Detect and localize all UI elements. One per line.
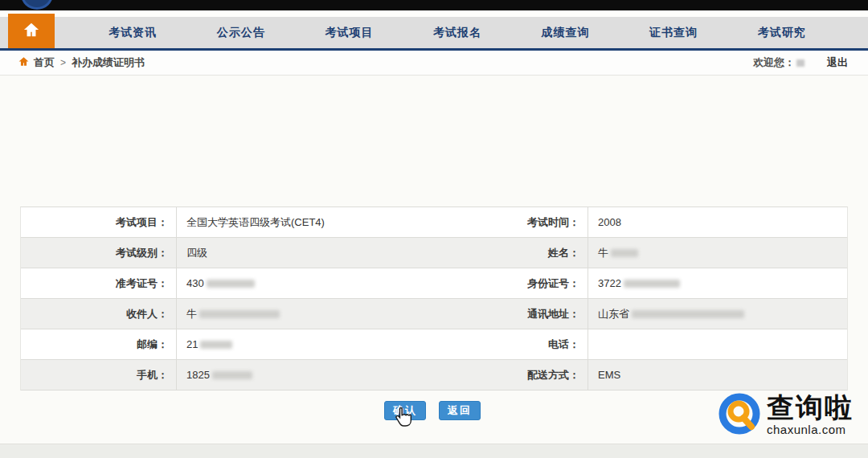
- nav-item-public-notice[interactable]: 公示公告: [217, 26, 265, 40]
- field-value-mobile: 1825: [176, 360, 433, 390]
- nav-item-certificate-query[interactable]: 证书查询: [649, 26, 698, 40]
- field-label-phone: 电话：: [433, 329, 588, 359]
- field-value-exam-time: 2008: [588, 207, 847, 237]
- watermark-logo: 查询啦 chaxunla.com: [717, 391, 854, 440]
- nav-item-score-query[interactable]: 成绩查询: [542, 26, 590, 40]
- confirmation-table: 考试项目： 全国大学英语四级考试(CET4) 考试时间： 2008 考试级别： …: [20, 207, 848, 391]
- redacted-blur: [212, 371, 252, 379]
- field-value-exam-level: 四级: [176, 238, 433, 268]
- nav-item-exam-projects[interactable]: 考试项目: [325, 26, 373, 40]
- field-value-mailing-address: 山东省: [588, 299, 847, 329]
- nav-item-exam-news[interactable]: 考试资讯: [108, 26, 157, 40]
- redacted-blur: [611, 249, 638, 257]
- breadcrumb-home-icon: [18, 55, 30, 70]
- table-row: 手机： 1825 配送方式： EMS: [21, 360, 847, 391]
- nav-menu: 考试资讯 公示公告 考试项目 考试报名 成绩查询 证书查询 考试研究: [55, 17, 868, 48]
- table-row: 考试项目： 全国大学英语四级考试(CET4) 考试时间： 2008: [21, 207, 847, 238]
- field-label-id-number: 身份证号：: [433, 268, 588, 298]
- page: 考试资讯 公示公告 考试项目 考试报名 成绩查询 证书查询 考试研究 首页 > …: [0, 0, 868, 458]
- field-label-exam-time: 考试时间：: [433, 207, 588, 237]
- step-progress: 1 输入信息条件 2 通信地址 3 确认信息 4 缴费 5 完成: [0, 96, 868, 169]
- home-icon: [23, 22, 40, 41]
- breadcrumb-home-link[interactable]: 首页: [34, 55, 55, 70]
- breadcrumb-current-page: 补办成绩证明书: [72, 55, 145, 70]
- watermark-text: 查询啦 chaxunla.com: [767, 395, 854, 436]
- bottom-strip: [0, 444, 868, 458]
- breadcrumb-bar: 首页 > 补办成绩证明书 欢迎您： 退出: [0, 51, 868, 76]
- welcome-text: 欢迎您：: [753, 55, 805, 70]
- user-area: 欢迎您： 退出: [753, 55, 848, 70]
- field-value-delivery-method: EMS: [588, 360, 847, 390]
- site-logo-icon: [21, 0, 53, 10]
- table-row: 收件人： 牛 通讯地址： 山东省: [21, 299, 847, 329]
- field-value-name: 牛: [588, 238, 847, 268]
- field-label-mailing-address: 通讯地址：: [433, 299, 588, 329]
- table-row: 准考证号： 430 身份证号： 3722: [21, 268, 847, 299]
- field-value-exam-project: 全国大学英语四级考试(CET4): [176, 207, 433, 237]
- top-black-bar: [0, 0, 868, 10]
- redacted-blur: [199, 310, 280, 318]
- field-label-recipient: 收件人：: [21, 299, 176, 329]
- field-value-phone: [588, 329, 847, 359]
- field-value-id-number: 3722: [588, 268, 847, 298]
- field-label-exam-level: 考试级别：: [21, 238, 176, 268]
- table-row: 考试级别： 四级 姓名： 牛: [21, 238, 847, 268]
- back-button[interactable]: 返回: [439, 401, 481, 420]
- watermark-title: 查询啦: [767, 395, 854, 422]
- breadcrumb-separator: >: [60, 57, 66, 68]
- field-value-recipient: 牛: [176, 299, 433, 329]
- field-label-postal-code: 邮编：: [21, 329, 176, 359]
- field-label-name: 姓名：: [433, 238, 588, 268]
- breadcrumb: 首页 > 补办成绩证明书: [18, 55, 145, 70]
- home-button[interactable]: [8, 14, 55, 48]
- redacted-blur: [207, 280, 255, 288]
- redacted-blur: [624, 280, 680, 288]
- redacted-username: [796, 59, 805, 67]
- logout-button[interactable]: 退出: [827, 55, 848, 70]
- field-label-admission-ticket: 准考证号：: [21, 268, 176, 298]
- watermark-domain: chaxunla.com: [767, 423, 854, 436]
- redacted-blur: [632, 310, 744, 318]
- redacted-blur: [200, 341, 232, 349]
- action-buttons: 确认 返回: [384, 401, 481, 420]
- navigation-bar: 考试资讯 公示公告 考试项目 考试报名 成绩查询 证书查询 考试研究: [0, 10, 868, 51]
- magnifier-logo-icon: [717, 391, 764, 440]
- field-label-delivery-method: 配送方式：: [433, 360, 588, 390]
- field-label-exam-project: 考试项目：: [21, 207, 176, 237]
- nav-item-exam-registration[interactable]: 考试报名: [433, 26, 481, 40]
- table-row: 邮编： 21 电话：: [21, 329, 847, 360]
- confirm-button[interactable]: 确认: [384, 401, 426, 420]
- field-label-mobile: 手机：: [21, 360, 176, 390]
- nav-item-exam-research[interactable]: 考试研究: [758, 26, 806, 40]
- field-value-postal-code: 21: [176, 329, 433, 359]
- field-value-admission-ticket: 430: [176, 268, 433, 298]
